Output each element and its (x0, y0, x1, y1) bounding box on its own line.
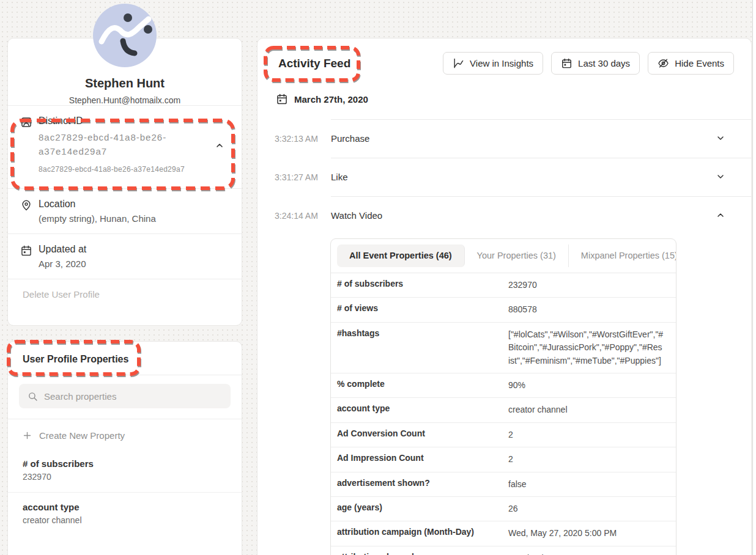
user-profile-properties-card: User Profile Properties Create New Prope… (7, 341, 242, 555)
event-property-value: false (508, 478, 664, 491)
event-name: Like (331, 172, 348, 182)
line-chart-icon (453, 57, 464, 69)
list-item[interactable]: # of subscribers232970 (8, 449, 242, 492)
calendar-icon (20, 244, 34, 258)
event-property-name: age (years) (337, 502, 508, 515)
date-range-button[interactable]: Last 30 days (551, 52, 640, 75)
event-property-name: attribution channel (337, 552, 508, 555)
event-feed: 3:32:13 AMPurchase3:31:27 AMLike3:24:14 … (258, 119, 751, 235)
hide-events-button[interactable]: Hide Events (648, 52, 734, 75)
profile-name: Stephen Hunt (8, 76, 242, 90)
table-row: age (years)26 (331, 497, 676, 521)
event-property-name: % complete (337, 379, 508, 392)
event-row[interactable]: 3:32:13 AMPurchase (258, 119, 751, 158)
updated-at-section: Updated at Apr 3, 2020 (8, 233, 242, 279)
calendar-icon (561, 57, 573, 69)
event-properties-tabs: All Event Properties (46)Your Properties… (331, 239, 676, 273)
event-property-name: attribution campaign (Month-Day) (337, 527, 508, 540)
event-time: 3:32:13 AM (275, 134, 331, 144)
distinct-id-section: Distinct ID 8ac27829-ebcd-41a8-be26-a37e… (8, 105, 242, 188)
event-time: 3:31:27 AM (275, 172, 331, 182)
property-name: account type (23, 502, 227, 512)
distinct-id-value: 8ac27829-ebcd-41a8-be26-a37e14ed29a7 (39, 130, 179, 159)
tab-mixpanel-properties-15[interactable]: Mixpanel Properties (15) (569, 244, 676, 267)
activity-feed-title: Activity Feed (278, 57, 350, 70)
tab-your-properties-31[interactable]: Your Properties (31) (465, 244, 569, 267)
event-property-value: 2 (508, 453, 664, 466)
event-property-value: 90% (508, 379, 664, 392)
event-property-name: Ad Conversion Count (337, 428, 508, 441)
property-value: 232970 (23, 472, 227, 482)
tab-all-event-properties-46[interactable]: All Event Properties (46) (337, 244, 465, 267)
event-property-value: 232970 (508, 279, 664, 292)
event-row[interactable]: 3:31:27 AMLike (258, 158, 751, 196)
avatar (93, 4, 157, 70)
profile-email: Stephen.Hunt@hotmailx.com (8, 95, 242, 105)
search-properties-input[interactable] (44, 391, 222, 402)
table-row: # of views880578 (331, 298, 676, 322)
property-name: # of subscribers (23, 458, 227, 469)
updated-at-value: Apr 3, 2020 (39, 259, 86, 269)
event-time: 3:24:14 AM (275, 211, 331, 221)
event-property-value: creator channel (508, 403, 664, 416)
calendar-icon (276, 93, 288, 105)
event-property-value: 880578 (508, 303, 664, 316)
event-property-name: # of subscribers (337, 279, 508, 292)
properties-panel-title: User Profile Properties (23, 354, 128, 364)
id-badge-icon (20, 116, 34, 130)
event-property-value: 2 (508, 428, 664, 441)
event-property-value: Wed, May 27, 2020 5:00 PM (508, 527, 664, 540)
view-in-insights-button[interactable]: View in Insights (443, 52, 543, 75)
event-property-name: # of views (337, 303, 508, 316)
event-name: Purchase (331, 133, 369, 144)
delete-user-profile-button[interactable]: Delete User Profile (8, 279, 242, 309)
event-name: Watch Video (331, 210, 382, 221)
distinct-id-subvalue: 8ac27829-ebcd-41a8-be26-a37e14ed29a7 (39, 165, 185, 174)
search-icon (28, 391, 38, 402)
feed-date-header: March 27th, 2020 (294, 94, 368, 105)
location-label: Location (39, 199, 156, 210)
location-pin-icon (20, 199, 34, 213)
table-row: #hashtags["#lolCats","#Wilson","#WorstGi… (331, 323, 676, 373)
distinct-id-label: Distinct ID (39, 116, 185, 127)
event-row[interactable]: 3:24:14 AMWatch Video (258, 196, 751, 235)
table-row: account typecreator channel (331, 398, 676, 422)
create-new-property-button[interactable]: Create New Property (8, 419, 242, 449)
list-item[interactable]: account typecreator channel (8, 492, 242, 535)
table-row: # of subscribers232970 (331, 273, 676, 298)
page-scrollbar[interactable] (752, 0, 756, 555)
event-property-value: ["#lolCats","#Wilson","#WorstGiftEver","… (508, 328, 664, 367)
chevron-up-icon[interactable] (215, 141, 227, 153)
property-value: creator channel (23, 515, 227, 525)
event-property-name: account type (337, 403, 508, 416)
event-property-name: advertisement shown? (337, 478, 508, 491)
table-row: advertisement shown?false (331, 472, 676, 497)
eye-off-icon (658, 57, 669, 69)
chevron-down-icon[interactable] (716, 172, 727, 183)
event-details-panel: All Event Properties (46)Your Properties… (330, 238, 676, 555)
property-list: # of subscribers232970account typecreato… (8, 449, 242, 535)
search-properties-box[interactable] (19, 384, 231, 408)
location-section: Location (empty string), Hunan, China (8, 188, 242, 233)
chevron-down-icon[interactable] (716, 133, 727, 144)
table-row: % complete90% (331, 373, 676, 398)
user-profile-card: Stephen Hunt Stephen.Hunt@hotmailx.com D… (7, 38, 242, 326)
event-properties-table: # of subscribers232970# of views880578#h… (331, 273, 676, 555)
table-row: Ad Impression Count2 (331, 447, 676, 472)
event-property-value: Facebook (508, 552, 664, 555)
table-row: Ad Conversion Count2 (331, 423, 676, 447)
chevron-up-icon[interactable] (716, 210, 727, 221)
event-property-value: 26 (508, 502, 664, 515)
table-row: attribution channelFacebook (331, 546, 676, 555)
event-property-name: Ad Impression Count (337, 453, 508, 466)
plus-icon (23, 431, 32, 440)
event-property-name: #hashtags (337, 328, 508, 367)
table-row: attribution campaign (Month-Day)Wed, May… (331, 521, 676, 546)
activity-feed-card: Activity Feed View in Insights Last 30 d… (257, 38, 752, 555)
location-value: (empty string), Hunan, China (39, 213, 156, 224)
updated-at-label: Updated at (39, 244, 86, 255)
